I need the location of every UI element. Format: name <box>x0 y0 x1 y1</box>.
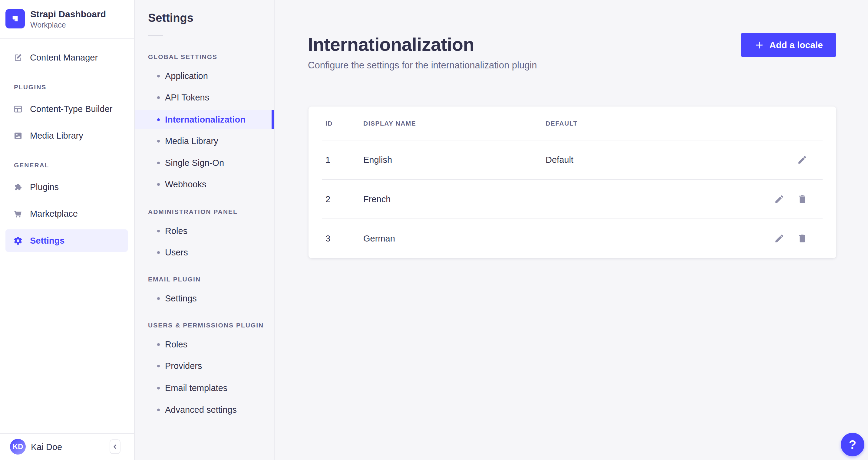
table-row-english[interactable]: 1 English Default <box>309 140 836 179</box>
bullet-icon <box>157 365 160 367</box>
sidebar-item-label: Content-Type Builder <box>30 104 112 114</box>
delete-locale-button[interactable] <box>796 193 808 205</box>
content-type-builder-icon <box>13 104 23 114</box>
user-name: Kai Doe <box>31 442 62 452</box>
bullet-icon <box>157 118 160 121</box>
delete-locale-button[interactable] <box>796 232 808 244</box>
subnav-item-label: Application <box>165 71 208 81</box>
subnav-item-label: Roles <box>165 226 187 236</box>
table-row-german[interactable]: 3 German <box>309 219 836 258</box>
subnav-item-email-settings[interactable]: Settings <box>135 289 274 308</box>
table-header-row: ID DISPLAY NAME DEFAULT <box>309 106 836 140</box>
workspace-brand[interactable]: Strapi Dashboard Workplace <box>0 0 134 39</box>
sidebar-item-label: Plugins <box>30 182 59 192</box>
sidebar-item-label: Media Library <box>30 131 83 141</box>
edit-locale-button[interactable] <box>773 232 785 244</box>
sidebar-item-marketplace[interactable]: Marketplace <box>5 203 128 225</box>
subnav-item-up-roles[interactable]: Roles <box>135 335 274 354</box>
subnav-item-label: Advanced settings <box>165 405 237 415</box>
subnav-item-label: Roles <box>165 339 187 350</box>
subnav-item-api-tokens[interactable]: API Tokens <box>135 88 274 107</box>
subnav-item-single-sign-on[interactable]: Single Sign-On <box>135 154 274 172</box>
subnav-item-media-library[interactable]: Media Library <box>135 132 274 151</box>
subnav-item-label: Internationalization <box>165 115 246 125</box>
subnav-title-divider <box>148 35 163 36</box>
user-avatar[interactable]: KD <box>10 439 26 455</box>
bullet-icon <box>157 343 160 346</box>
edit-locale-button[interactable] <box>796 154 808 166</box>
sidebar-item-content-type-builder[interactable]: Content-Type Builder <box>5 98 128 120</box>
cell-id: 3 <box>326 219 330 258</box>
sidebar-item-content-manager[interactable]: Content Manager <box>5 46 128 68</box>
row-actions <box>773 219 808 258</box>
bullet-icon <box>157 387 160 390</box>
page-title: Internationalization <box>308 34 474 55</box>
cell-display-name: German <box>363 219 395 258</box>
subnav-item-admin-roles[interactable]: Roles <box>135 222 274 240</box>
subnav-item-internationalization[interactable]: Internationalization <box>135 110 274 129</box>
help-button[interactable]: ? <box>841 433 864 456</box>
subnav-item-advanced-settings[interactable]: Advanced settings <box>135 400 274 419</box>
bullet-icon <box>157 230 160 232</box>
column-header-id: ID <box>326 106 333 140</box>
gear-icon <box>13 236 23 245</box>
collapse-sidebar-button[interactable] <box>110 439 121 454</box>
bullet-icon <box>157 140 160 142</box>
main-content: Internationalization Configure the setti… <box>275 0 868 460</box>
plus-icon <box>754 40 765 50</box>
subnav-item-admin-users[interactable]: Users <box>135 243 274 262</box>
table-row-french[interactable]: 2 French <box>309 179 836 219</box>
pencil-icon <box>797 155 807 165</box>
cell-id: 2 <box>326 179 330 219</box>
cell-id: 1 <box>326 140 330 179</box>
settings-subnav: Settings GLOBAL SETTINGS Application API… <box>135 0 275 460</box>
subnav-item-email-templates[interactable]: Email templates <box>135 379 274 397</box>
trash-icon <box>797 194 807 204</box>
subnav-section-global-settings: GLOBAL SETTINGS <box>148 53 217 61</box>
workspace-subtitle: Workplace <box>30 21 66 29</box>
subnav-item-providers[interactable]: Providers <box>135 357 274 375</box>
cell-default: Default <box>546 140 574 179</box>
sidebar-item-media-library[interactable]: Media Library <box>5 125 128 146</box>
subnav-item-application[interactable]: Application <box>135 67 274 85</box>
edit-locale-button[interactable] <box>773 193 785 205</box>
chevron-left-icon <box>111 443 119 451</box>
cell-display-name: French <box>363 179 391 219</box>
strapi-logo-icon <box>5 9 25 28</box>
app-root: Strapi Dashboard Workplace Content Manag… <box>0 0 868 460</box>
content-manager-icon <box>13 53 23 62</box>
sidebar-item-label: Content Manager <box>30 53 98 63</box>
subnav-section-administration-panel: ADMINISTRATION PANEL <box>148 208 238 216</box>
subnav-section-users-permissions: USERS & PERMISSIONS PLUGIN <box>148 322 264 329</box>
subnav-item-label: Settings <box>165 294 197 303</box>
subnav-item-label: Media Library <box>165 136 218 146</box>
bullet-icon <box>157 297 160 300</box>
locales-table: ID DISPLAY NAME DEFAULT 1 English Defaul… <box>309 106 836 258</box>
subnav-item-label: Email templates <box>165 383 227 393</box>
sidebar-item-plugins[interactable]: Plugins <box>5 176 128 198</box>
subnav-item-label: Single Sign-On <box>165 158 224 168</box>
subnav-item-label: API Tokens <box>165 93 209 103</box>
row-actions <box>796 140 808 179</box>
bullet-icon <box>157 183 160 186</box>
workspace-title: Strapi Dashboard <box>30 9 106 20</box>
add-locale-label: Add a locale <box>769 40 823 50</box>
pencil-icon <box>774 233 784 243</box>
sidebar-section-plugins: PLUGINS <box>14 84 46 91</box>
cell-display-name: English <box>363 140 392 179</box>
subnav-item-label: Webhooks <box>165 179 207 190</box>
subnav-title: Settings <box>148 11 193 25</box>
sidebar-item-settings[interactable]: Settings <box>5 229 128 252</box>
subnav-item-webhooks[interactable]: Webhooks <box>135 175 274 194</box>
page-subtitle: Configure the settings for the internati… <box>308 60 537 71</box>
bullet-icon <box>157 75 160 77</box>
puzzle-icon <box>13 183 23 192</box>
subnav-item-label: Users <box>165 248 188 258</box>
sidebar-item-label: Marketplace <box>30 209 78 219</box>
add-locale-button[interactable]: Add a locale <box>741 33 836 57</box>
sidebar-section-general: GENERAL <box>14 162 49 169</box>
main-sidebar: Strapi Dashboard Workplace Content Manag… <box>0 0 135 460</box>
bullet-icon <box>157 96 160 99</box>
column-header-display-name: DISPLAY NAME <box>363 106 416 140</box>
row-actions <box>773 179 808 219</box>
